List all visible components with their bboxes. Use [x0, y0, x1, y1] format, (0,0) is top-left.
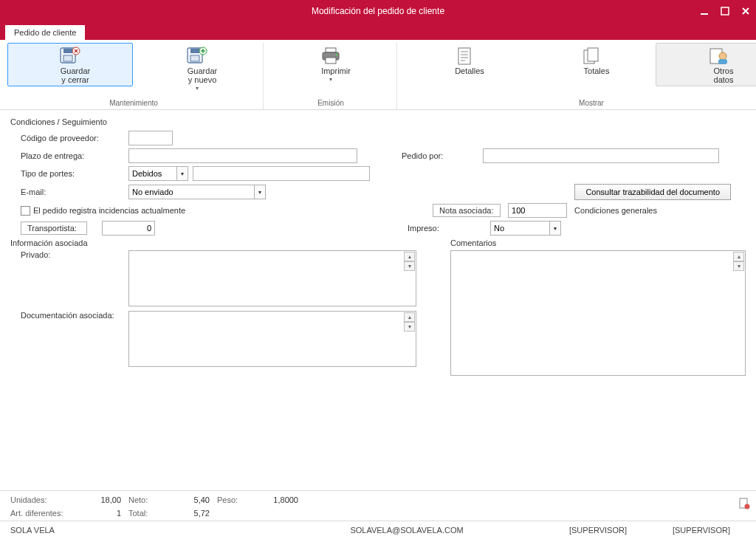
window-title: Modificación del pedido de cliente	[0, 6, 756, 16]
status-user2: [SUPERVISOR]	[657, 526, 746, 535]
documents-icon	[580, 46, 603, 66]
spin-down-icon[interactable]: ▾	[733, 261, 744, 271]
chevron-down-icon: ▾	[329, 76, 332, 83]
nota-asociada-input[interactable]	[508, 203, 567, 218]
svg-rect-0	[701, 13, 708, 15]
plazo-entrega-input[interactable]	[128, 148, 357, 163]
label-incidencias: El pedido registra incidencias actualmen…	[33, 206, 185, 215]
doc-asociada-textarea[interactable]: ▴▾	[128, 311, 416, 367]
tipo-portes-extra-input[interactable]	[193, 166, 370, 181]
form-area: Condiciones / Seguimiento Código de prov…	[0, 110, 756, 376]
status-email: SOLAVELA@SOLAVELA.COM	[275, 526, 539, 535]
title-bar: Modificación del pedido de cliente	[0, 0, 756, 22]
ribbon-group-mantenimiento: Guardar y cerrar Guardar y nuevo ▾ Mante…	[4, 43, 264, 109]
tipo-portes-value[interactable]	[128, 166, 176, 181]
ribbon-tabstrip: Pedido de cliente	[0, 22, 756, 40]
codigo-proveedor-input[interactable]	[128, 131, 173, 145]
spin-up-icon[interactable]: ▴	[733, 252, 744, 261]
label-codigo-proveedor: Código de proveedor:	[10, 134, 128, 143]
user-document-icon	[707, 46, 730, 66]
section-conditions-title: Condiciones / Seguimiento	[10, 117, 746, 126]
value-peso: 1,8000	[261, 495, 306, 504]
section-info-asociada-title: Información asociada	[10, 238, 428, 247]
floppy-new-icon	[185, 46, 209, 66]
svg-point-18	[719, 52, 726, 60]
chevron-down-icon[interactable]: ▾	[549, 221, 561, 236]
spin-down-icon[interactable]: ▾	[404, 261, 415, 271]
chevron-down-icon: ▾	[196, 85, 199, 92]
svg-rect-14	[458, 48, 470, 64]
svg-rect-10	[326, 48, 336, 52]
totals-button[interactable]: Totales	[529, 43, 654, 78]
value-total: 5,72	[173, 509, 217, 518]
svg-rect-1	[721, 7, 729, 15]
value-neto: 5,40	[173, 495, 217, 504]
trazabilidad-button[interactable]: Consultar trazabilidad del documento	[574, 184, 731, 200]
floppy-close-icon	[58, 46, 82, 66]
label-privado: Privado:	[10, 250, 128, 259]
value-art-dif: 1	[84, 509, 128, 518]
value-unidades: 18,00	[84, 495, 128, 504]
transportista-input[interactable]	[102, 221, 155, 236]
printer-icon	[319, 46, 343, 66]
impreso-value[interactable]	[490, 221, 549, 236]
label-impreso: Impreso:	[408, 224, 483, 233]
label-doc-asociada: Documentación asociada:	[10, 311, 128, 320]
ribbon-group-label: Mantenimiento	[7, 97, 260, 109]
ribbon-group-label: Emisión	[268, 97, 394, 109]
label-tipo-portes: Tipo de portes:	[10, 169, 128, 178]
svg-rect-3	[63, 49, 72, 53]
spin-down-icon[interactable]: ▾	[404, 322, 415, 332]
label-art-dif: Art. diferentes:	[10, 509, 84, 518]
svg-rect-16	[588, 48, 598, 61]
document-icon	[453, 46, 476, 66]
email-value[interactable]	[128, 185, 254, 199]
label-nota-asociada: Nota asociada:	[433, 204, 501, 217]
label-plazo-entrega: Plazo de entrega:	[10, 151, 128, 160]
incidencias-checkbox[interactable]	[21, 206, 30, 216]
other-data-button[interactable]: Otros datos	[656, 43, 756, 86]
status-company: SOLA VELA	[10, 526, 275, 535]
pedido-por-input[interactable]	[483, 148, 719, 163]
ribbon-group-mostrar: Detalles Totales Otros datos Mostrar	[399, 43, 756, 109]
label-email: E-mail:	[10, 188, 128, 196]
label-total: Total:	[128, 509, 173, 518]
comentarios-textarea[interactable]: ▴▾	[450, 250, 746, 376]
spin-up-icon[interactable]: ▴	[404, 312, 415, 322]
svg-rect-8	[190, 55, 199, 61]
chevron-down-icon[interactable]: ▾	[176, 166, 188, 181]
spin-up-icon[interactable]: ▴	[404, 252, 415, 261]
chevron-down-icon[interactable]: ▾	[254, 185, 266, 199]
ribbon-group-label: Mostrar	[402, 97, 756, 109]
minimize-button[interactable]	[694, 0, 715, 22]
label-unidades: Unidades:	[10, 495, 84, 504]
close-button[interactable]	[735, 0, 756, 22]
footer: Unidades: 18,00 Neto: 5,40 Peso: 1,8000 …	[0, 490, 756, 539]
tab-pedido-cliente[interactable]: Pedido de cliente	[4, 24, 86, 40]
impreso-combo[interactable]: ▾	[490, 221, 561, 236]
window-controls	[694, 0, 756, 22]
section-comentarios-title: Comentarios	[450, 238, 746, 247]
label-transportista: Transportista:	[21, 222, 87, 235]
label-peso: Peso:	[217, 495, 261, 504]
status-bar: SOLA VELA SOLAVELA@SOLAVELA.COM [SUPERVI…	[0, 521, 756, 539]
label-cond-generales: Condiciones generales	[574, 206, 657, 215]
ribbon: Guardar y cerrar Guardar y nuevo ▾ Mante…	[0, 40, 756, 110]
status-user1: [SUPERVISOR]	[539, 526, 657, 535]
privado-textarea[interactable]: ▴▾	[128, 250, 416, 306]
save-and-close-button[interactable]: Guardar y cerrar	[7, 43, 133, 86]
tipo-portes-combo[interactable]: ▾	[128, 166, 188, 181]
ribbon-group-emision: Imprimir ▾ Emisión	[265, 43, 397, 109]
svg-rect-19	[718, 59, 727, 64]
svg-point-13	[336, 54, 337, 55]
print-button[interactable]: Imprimir ▾	[268, 43, 394, 85]
svg-rect-4	[63, 55, 72, 61]
maximize-button[interactable]	[715, 0, 735, 22]
label-pedido-por: Pedido por:	[402, 151, 483, 160]
email-combo[interactable]: ▾	[128, 185, 266, 199]
svg-rect-7	[190, 49, 199, 53]
save-and-new-button[interactable]: Guardar y nuevo ▾	[134, 43, 260, 94]
footer-totals-row2: Art. diferentes: 1 Total: 5,72	[0, 504, 756, 521]
label-neto: Neto:	[128, 495, 173, 504]
details-button[interactable]: Detalles	[402, 43, 527, 78]
